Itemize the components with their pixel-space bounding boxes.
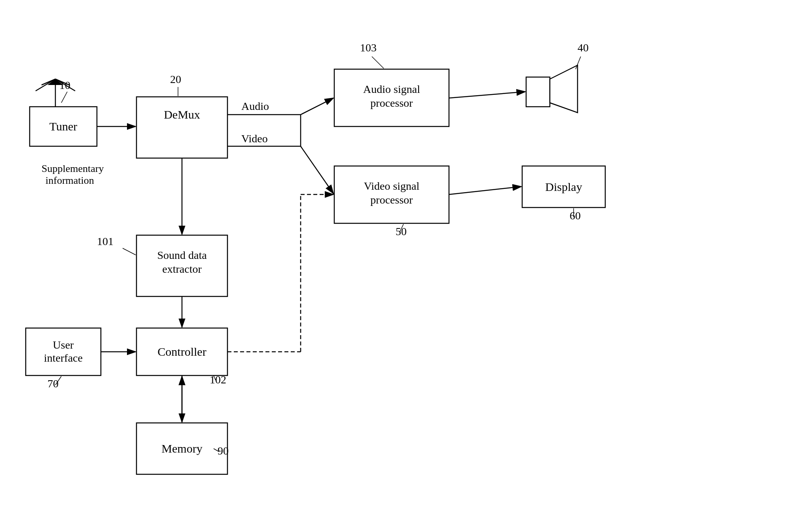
svg-text:70: 70 [47,377,59,390]
svg-text:Memory: Memory [161,442,202,455]
svg-text:Display: Display [545,180,582,193]
svg-text:Controller: Controller [157,345,206,358]
svg-line-41 [301,146,333,194]
diagram: Tuner DeMux Sound data extractor Control… [0,0,788,532]
svg-text:extractor: extractor [162,263,202,275]
svg-text:Video signal: Video signal [364,180,420,192]
svg-text:Supplementary: Supplementary [42,163,104,174]
svg-text:40: 40 [578,42,589,54]
svg-text:Audio: Audio [241,100,269,112]
svg-marker-37 [550,65,578,113]
svg-text:101: 101 [97,235,114,247]
svg-text:Tuner: Tuner [49,120,78,133]
svg-text:102: 102 [210,374,226,386]
svg-text:processor: processor [370,194,413,206]
svg-line-65 [372,57,384,68]
svg-text:10: 10 [59,79,70,91]
svg-text:DeMux: DeMux [164,108,200,121]
svg-text:50: 50 [396,225,407,238]
svg-line-67 [576,57,581,69]
svg-text:information: information [45,175,94,186]
svg-text:Video: Video [241,132,268,145]
diagram-svg: Tuner DeMux Sound data extractor Control… [0,0,788,532]
svg-text:60: 60 [570,209,581,222]
svg-text:Audio signal: Audio signal [363,83,420,95]
svg-line-44 [449,187,521,194]
svg-text:90: 90 [218,445,229,457]
svg-text:Sound data: Sound data [157,249,207,261]
svg-line-53 [61,92,67,103]
svg-line-57 [123,248,136,255]
svg-text:interface: interface [44,352,83,364]
svg-text:processor: processor [370,97,413,109]
svg-text:103: 103 [360,42,377,54]
svg-rect-36 [526,77,550,107]
svg-rect-10 [136,97,227,158]
svg-text:User: User [53,339,74,351]
svg-text:20: 20 [170,73,181,85]
svg-line-39 [301,98,333,115]
svg-line-43 [449,92,525,98]
